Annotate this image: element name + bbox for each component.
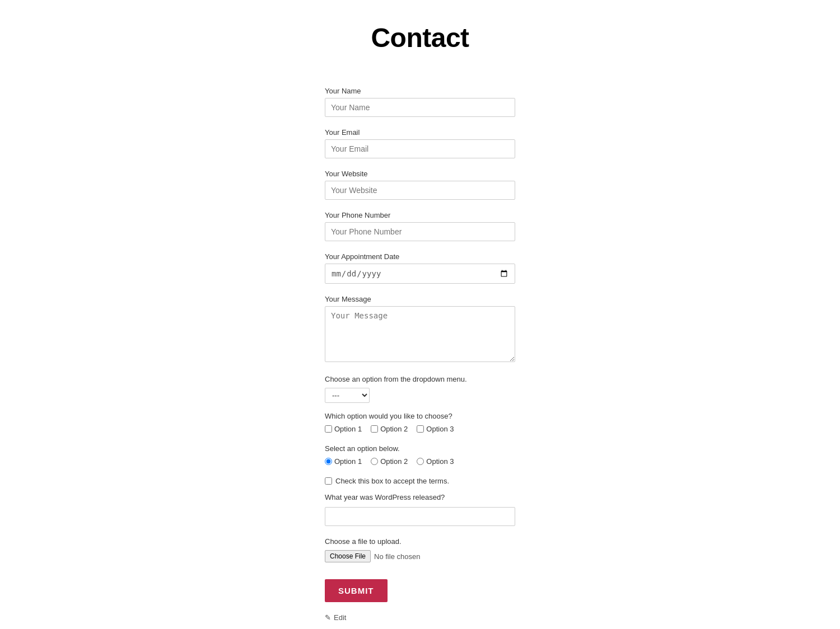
choose-file-button[interactable]: Choose File (325, 550, 371, 562)
appointment-input[interactable] (325, 264, 515, 284)
phone-input[interactable] (325, 222, 515, 241)
email-input[interactable] (325, 139, 515, 158)
radio-option-1[interactable]: Option 1 (325, 457, 362, 466)
radio-option-3[interactable]: Option 3 (417, 457, 454, 466)
appointment-label: Your Appointment Date (325, 252, 515, 261)
checkbox-option-3[interactable]: Option 3 (417, 425, 454, 433)
dropdown-section: Choose an option from the dropdown menu.… (325, 375, 515, 403)
file-upload-row: Choose File No file chosen (325, 550, 515, 562)
terms-checkbox[interactable] (325, 477, 332, 485)
radio-label: Select an option below. (325, 444, 515, 453)
appointment-group: Your Appointment Date (325, 252, 515, 284)
radio-group: Option 1 Option 2 Option 3 (325, 457, 515, 466)
website-group: Your Website (325, 170, 515, 200)
wordpress-year-group: What year was WordPress released? (325, 493, 515, 526)
website-input[interactable] (325, 181, 515, 200)
checkbox-group: Option 1 Option 2 Option 3 (325, 425, 515, 433)
checkbox-option-2-label: Option 2 (380, 425, 408, 433)
name-group: Your Name (325, 87, 515, 117)
file-upload-group: Choose a file to upload. Choose File No … (325, 537, 515, 562)
wordpress-year-label: What year was WordPress released? (325, 493, 515, 501)
phone-label: Your Phone Number (325, 211, 515, 219)
radio-input-2[interactable] (371, 458, 378, 465)
checkbox-option-1[interactable]: Option 1 (325, 425, 362, 433)
checkbox-label: Which option would you like to choose? (325, 412, 515, 420)
contact-form: Your Name Your Email Your Website Your P… (325, 87, 515, 622)
checkbox-option-2[interactable]: Option 2 (371, 425, 408, 433)
wordpress-year-input[interactable] (325, 507, 515, 526)
radio-input-3[interactable] (417, 458, 424, 465)
edit-label: Edit (334, 613, 346, 622)
dropdown-label: Choose an option from the dropdown menu. (325, 375, 515, 383)
radio-section: Select an option below. Option 1 Option … (325, 444, 515, 466)
radio-option-2[interactable]: Option 2 (371, 457, 408, 466)
radio-input-1[interactable] (325, 458, 332, 465)
phone-group: Your Phone Number (325, 211, 515, 241)
name-label: Your Name (325, 87, 515, 95)
radio-option-3-label: Option 3 (426, 457, 454, 466)
name-input[interactable] (325, 98, 515, 117)
terms-label: Check this box to accept the terms. (335, 477, 449, 485)
email-group: Your Email (325, 128, 515, 158)
message-group: Your Message (325, 295, 515, 364)
message-label: Your Message (325, 295, 515, 303)
checkbox-input-2[interactable] (371, 425, 378, 433)
checkbox-input-3[interactable] (417, 425, 424, 433)
edit-link[interactable]: ✎ Edit (325, 613, 515, 622)
submit-button[interactable]: SUBMIT (325, 579, 388, 602)
message-textarea[interactable] (325, 306, 515, 362)
checkbox-input-1[interactable] (325, 425, 332, 433)
terms-row: Check this box to accept the terms. (325, 477, 515, 485)
email-label: Your Email (325, 128, 515, 137)
dropdown-select[interactable]: --- Option 1 Option 2 Option 3 (325, 388, 370, 403)
radio-option-2-label: Option 2 (380, 457, 408, 466)
checkbox-section: Which option would you like to choose? O… (325, 412, 515, 433)
checkbox-option-1-label: Option 1 (334, 425, 362, 433)
checkbox-option-3-label: Option 3 (426, 425, 454, 433)
edit-icon: ✎ (325, 613, 331, 622)
website-label: Your Website (325, 170, 515, 178)
no-file-text: No file chosen (374, 552, 420, 561)
page-title: Contact (0, 0, 840, 87)
file-upload-label: Choose a file to upload. (325, 537, 515, 546)
radio-option-1-label: Option 1 (334, 457, 362, 466)
